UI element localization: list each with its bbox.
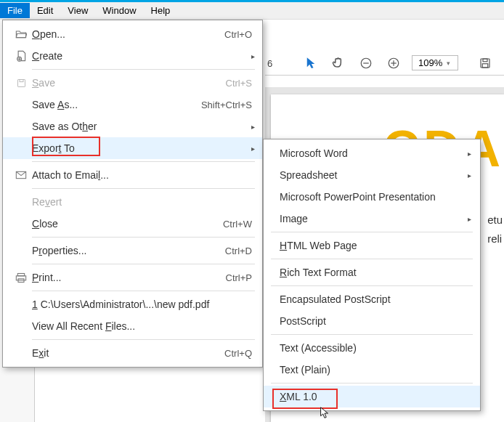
- menu-close-shortcut: Ctrl+W: [223, 219, 252, 230]
- toolbar: 109%: [265, 51, 504, 76]
- menu-open-shortcut: Ctrl+O: [224, 29, 252, 40]
- document-text: etureli: [487, 211, 503, 248]
- select-tool-icon[interactable]: [301, 54, 320, 73]
- folder-open-icon: [10, 29, 32, 39]
- cursor-icon: [320, 407, 330, 420]
- zoom-out-icon[interactable]: [357, 54, 375, 73]
- export-text-plain[interactable]: Text (Plain): [264, 359, 480, 381]
- menu-all-recent[interactable]: View All Recent Files...: [3, 315, 262, 337]
- menu-export-to-label: Export To: [32, 142, 252, 154]
- svg-rect-12: [20, 79, 23, 81]
- menu-save-other-label: Save as Other: [32, 121, 252, 132]
- menu-print[interactable]: Print... Ctrl+P: [3, 267, 262, 288]
- menu-bar: File Edit View Window Help: [0, 2, 504, 20]
- svg-rect-15: [16, 275, 25, 280]
- menu-save-shortcut: Ctrl+S: [226, 78, 252, 89]
- menu-open-label: Open...: [32, 28, 224, 40]
- menu-view[interactable]: View: [60, 3, 95, 18]
- menu-open[interactable]: Open... Ctrl+O: [3, 23, 262, 45]
- zoom-in-icon[interactable]: [384, 54, 403, 73]
- svg-rect-11: [17, 79, 25, 86]
- chevron-right-icon: ▸: [468, 215, 471, 223]
- chevron-right-icon: ▸: [468, 150, 471, 158]
- menu-save-as-shortcut: Shift+Ctrl+S: [201, 100, 252, 110]
- menu-properties[interactable]: Properties... Ctrl+D: [3, 240, 262, 261]
- export-eps[interactable]: Encapsulated PostScript: [264, 288, 480, 310]
- save-tool-icon[interactable]: [476, 54, 495, 73]
- menu-close-label: Close: [32, 218, 223, 230]
- menu-print-shortcut: Ctrl+P: [226, 272, 252, 283]
- print-icon: [10, 272, 32, 283]
- export-ps[interactable]: PostScript: [264, 310, 480, 332]
- svg-rect-6: [483, 59, 487, 62]
- menu-revert-label: Revert: [32, 196, 252, 208]
- chevron-right-icon: ▸: [251, 123, 255, 131]
- export-word[interactable]: Microsoft Word▸: [264, 142, 480, 164]
- hand-tool-icon[interactable]: [329, 54, 348, 73]
- zoom-value: 109%: [418, 57, 442, 68]
- menu-exit[interactable]: Exit Ctrl+Q: [3, 342, 262, 364]
- menu-revert: Revert: [3, 191, 262, 213]
- menu-create[interactable]: Create ▸: [3, 45, 262, 67]
- menu-recent-1[interactable]: 1 C:\Users\Administrator\...\new pdf.pdf: [3, 293, 262, 315]
- menu-recent-1-label: 1 C:\Users\Administrator\...\new pdf.pdf: [32, 299, 252, 310]
- menu-exit-label: Exit: [32, 347, 224, 359]
- zoom-select[interactable]: 109%: [412, 55, 458, 70]
- menu-properties-label: Properties...: [32, 245, 225, 256]
- menu-help[interactable]: Help: [144, 3, 178, 18]
- menu-edit[interactable]: Edit: [30, 3, 60, 18]
- chevron-right-icon: ▸: [468, 171, 471, 179]
- menu-print-label: Print...: [32, 272, 226, 283]
- menu-file[interactable]: File: [0, 3, 30, 18]
- chevron-right-icon: ▸: [251, 145, 255, 153]
- menu-save-as-label: Save As...: [32, 99, 201, 110]
- menu-save-other[interactable]: Save as Other ▸: [3, 115, 262, 137]
- file-menu: Open... Ctrl+O Create ▸ Save Ctrl+S Save…: [2, 20, 263, 368]
- email-icon: [10, 171, 32, 179]
- menu-attach-label: Attach to Email...: [32, 169, 252, 181]
- export-html[interactable]: HTML Web Page: [264, 235, 480, 256]
- menu-create-label: Create: [32, 50, 252, 62]
- chevron-right-icon: ▸: [251, 52, 255, 60]
- export-submenu: Microsoft Word▸ Spreadsheet▸ Microsoft P…: [263, 139, 481, 411]
- menu-window[interactable]: Window: [95, 3, 143, 18]
- menu-all-recent-label: View All Recent Files...: [32, 320, 252, 332]
- menu-exit-shortcut: Ctrl+Q: [224, 348, 252, 359]
- menu-export-to[interactable]: Export To ▸: [3, 137, 262, 159]
- menu-attach[interactable]: Attach to Email...: [3, 164, 262, 186]
- menu-properties-shortcut: Ctrl+D: [225, 246, 252, 256]
- menu-save-as[interactable]: Save As... Shift+Ctrl+S: [3, 94, 262, 115]
- export-spreadsheet[interactable]: Spreadsheet▸: [264, 164, 480, 186]
- export-image[interactable]: Image▸: [264, 208, 480, 230]
- menu-close[interactable]: Close Ctrl+W: [3, 213, 262, 235]
- menu-save-label: Save: [32, 77, 226, 89]
- svg-rect-7: [483, 63, 489, 67]
- export-rtf[interactable]: Rich Text Format: [264, 261, 480, 283]
- save-icon: [10, 78, 32, 89]
- menu-save: Save Ctrl+S: [3, 72, 262, 94]
- export-xml[interactable]: XML 1.0: [264, 386, 480, 407]
- export-text-accessible[interactable]: Text (Accessible): [264, 337, 480, 359]
- create-icon: [10, 50, 32, 62]
- export-powerpoint[interactable]: Microsoft PowerPoint Presentation: [264, 186, 480, 208]
